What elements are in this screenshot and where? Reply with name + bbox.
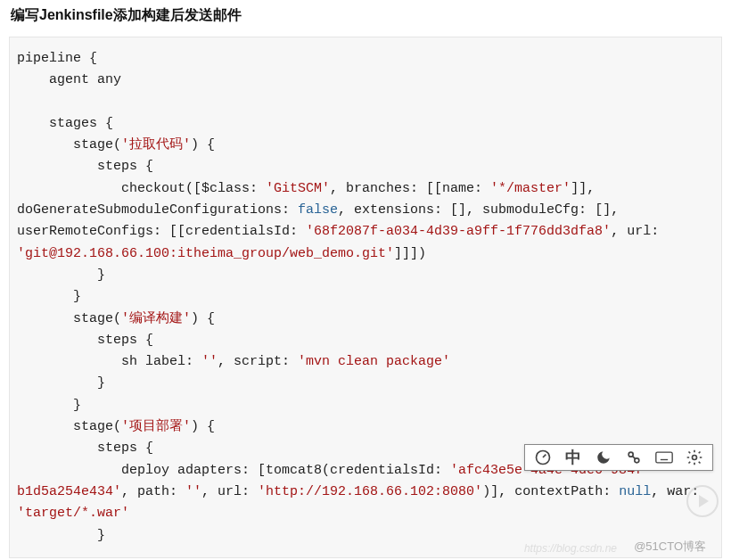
watermark-url: https://blog.csdn.ne bbox=[524, 542, 617, 555]
language-icon[interactable]: 中 bbox=[564, 449, 582, 466]
watermark: @51CTO博客 bbox=[634, 539, 706, 555]
gauge-icon[interactable] bbox=[534, 449, 552, 466]
moon-icon[interactable] bbox=[595, 449, 612, 466]
gear-icon[interactable] bbox=[686, 449, 703, 466]
page-title: 编写Jenkinsfile添加构建后发送邮件 bbox=[0, 0, 731, 31]
svg-rect-3 bbox=[656, 452, 672, 463]
jenkinsfile-code: pipeline { agent any stages { stage('拉取代… bbox=[9, 37, 722, 558]
keyboard-icon[interactable] bbox=[655, 449, 673, 466]
floating-toolbar: 中 bbox=[524, 444, 713, 471]
play-icon[interactable] bbox=[686, 485, 719, 517]
link-icon[interactable] bbox=[625, 449, 643, 466]
svg-point-9 bbox=[693, 456, 697, 460]
